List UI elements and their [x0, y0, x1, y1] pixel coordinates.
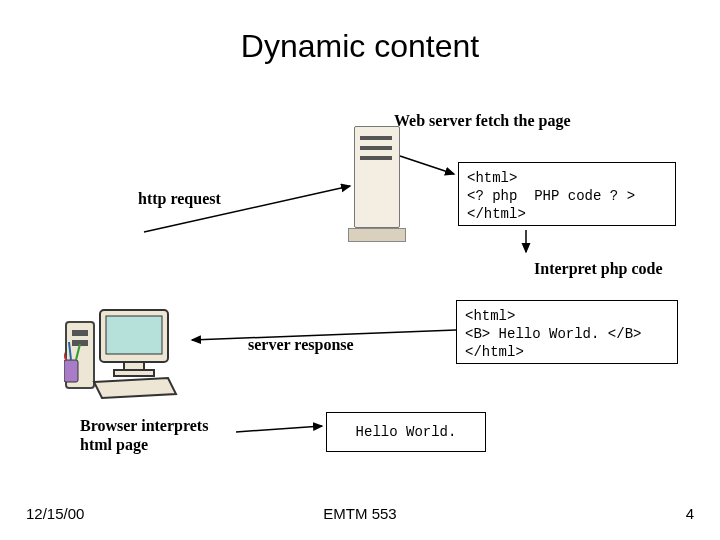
- svg-rect-5: [124, 362, 144, 370]
- label-browser-interprets-line1: Browser interprets: [80, 416, 208, 435]
- label-fetch: Web server fetch the page: [394, 112, 571, 130]
- code-box-rendered: Hello World.: [326, 412, 486, 452]
- arrow-interpret: [516, 228, 536, 258]
- label-browser-interprets: Browser interprets html page: [80, 416, 208, 454]
- svg-line-15: [236, 426, 322, 432]
- code-box-php: <html> <? php PHP code ? > </html>: [458, 162, 676, 226]
- code-box-html: <html> <B> Hello World. </B> </html>: [456, 300, 678, 364]
- svg-rect-6: [114, 370, 154, 376]
- label-interpret: Interpret php code: [534, 260, 663, 278]
- arrow-http-request: [140, 180, 360, 240]
- slide-title: Dynamic content: [0, 28, 720, 65]
- svg-line-11: [400, 156, 454, 174]
- svg-rect-1: [72, 330, 88, 336]
- svg-rect-4: [106, 316, 162, 354]
- label-browser-interprets-line2: html page: [80, 435, 208, 454]
- client-computer-icon: [64, 304, 184, 400]
- svg-line-14: [192, 330, 456, 340]
- server-icon: [354, 126, 398, 244]
- footer-page-number: 4: [686, 505, 694, 522]
- footer-course: EMTM 553: [0, 505, 720, 522]
- arrow-server-to-php: [398, 150, 464, 180]
- svg-rect-7: [64, 360, 78, 382]
- arrow-browser-to-rendered: [232, 416, 332, 440]
- svg-line-12: [144, 186, 350, 232]
- arrow-server-response: [184, 320, 464, 350]
